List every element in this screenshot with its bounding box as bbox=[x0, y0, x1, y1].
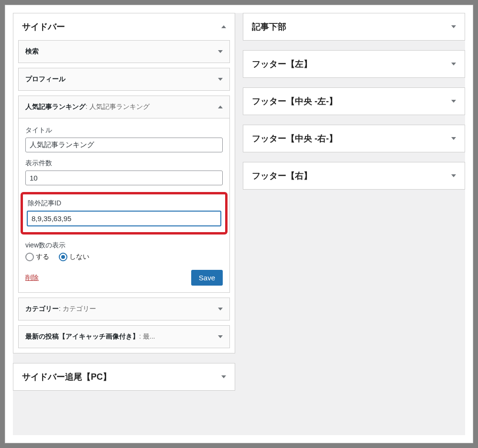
radio-label-no: しない bbox=[69, 253, 89, 261]
radio-label-yes: する bbox=[36, 253, 49, 261]
widget-area-header-article-bottom[interactable]: 記事下部 bbox=[243, 13, 465, 40]
chevron-down-icon bbox=[218, 50, 223, 53]
form-row-count: 表示件数 bbox=[25, 159, 223, 185]
input-exclude-id[interactable] bbox=[27, 211, 221, 226]
form-row-title: タイトル bbox=[25, 126, 223, 152]
widget-title-label: 検索 bbox=[25, 47, 39, 56]
chevron-down-icon bbox=[451, 137, 456, 140]
widget-footer: 削除 Save bbox=[25, 270, 223, 286]
left-column: サイドバー 検索 bbox=[13, 13, 235, 435]
widget-profile: プロフィール bbox=[18, 68, 230, 91]
chevron-down-icon bbox=[451, 100, 456, 103]
chevron-down-icon bbox=[451, 25, 456, 28]
widget-area-footer-left: フッター【左】 bbox=[243, 50, 465, 78]
label-title: タイトル bbox=[25, 126, 223, 135]
chevron-down-icon bbox=[218, 335, 223, 338]
widget-area-sidebar-sticky-pc: サイドバー追尾【PC】 bbox=[13, 363, 235, 391]
widgets-admin-panel: サイドバー 検索 bbox=[13, 13, 465, 435]
radio-icon bbox=[59, 253, 67, 261]
highlight-exclude-id: 除外記事ID bbox=[21, 192, 228, 235]
label-view-display: view数の表示 bbox=[25, 241, 223, 250]
widget-categories: カテゴリー: カテゴリー bbox=[18, 298, 230, 320]
widget-recent-posts: 最新の投稿【アイキャッチ画像付き】: 最... bbox=[18, 325, 230, 348]
widget-area-title: フッター【中央 -左-】 bbox=[252, 96, 337, 107]
widget-search: 検索 bbox=[18, 40, 230, 63]
widget-title-label: 人気記事ランキング: 人気記事ランキング bbox=[25, 103, 150, 111]
widget-area-header-footer-center-right[interactable]: フッター【中央 -右-】 bbox=[243, 125, 465, 152]
radio-view-yes[interactable]: する bbox=[25, 253, 49, 261]
chevron-down-icon bbox=[451, 63, 456, 65]
widget-area-header-footer-right[interactable]: フッター【右】 bbox=[243, 162, 465, 189]
chevron-down-icon bbox=[221, 375, 226, 378]
chevron-up-icon bbox=[221, 25, 226, 28]
right-column: 記事下部 フッター【左】 フッター【中央 -左-】 フッター【中央 -右-】 bbox=[243, 13, 465, 435]
widget-list-sidebar: 検索 プロフィール bbox=[13, 40, 235, 353]
input-count[interactable] bbox=[25, 171, 223, 185]
chevron-down-icon bbox=[451, 174, 456, 177]
delete-link[interactable]: 削除 bbox=[25, 274, 39, 282]
chevron-down-icon bbox=[218, 308, 223, 310]
widget-body-popular-posts: タイトル 表示件数 除外記事ID bbox=[19, 118, 229, 292]
widget-header-profile[interactable]: プロフィール bbox=[19, 68, 229, 90]
widget-area-footer-center-left: フッター【中央 -左-】 bbox=[243, 87, 465, 115]
input-title[interactable] bbox=[25, 138, 223, 152]
label-count: 表示件数 bbox=[25, 159, 223, 168]
widget-title-label: 最新の投稿【アイキャッチ画像付き】: 最... bbox=[25, 332, 155, 341]
radio-icon bbox=[25, 253, 34, 261]
widget-area-footer-right: フッター【右】 bbox=[243, 162, 465, 190]
widget-area-header-sidebar-sticky-pc[interactable]: サイドバー追尾【PC】 bbox=[13, 363, 235, 390]
chevron-down-icon bbox=[218, 78, 223, 81]
widget-area-title: フッター【右】 bbox=[252, 170, 312, 181]
widget-popular-posts: 人気記事ランキング: 人気記事ランキング タイトル 表示件数 bbox=[18, 96, 230, 293]
widget-area-title: サイドバー bbox=[22, 21, 65, 32]
widget-header-recent-posts[interactable]: 最新の投稿【アイキャッチ画像付き】: 最... bbox=[19, 326, 229, 348]
widget-area-footer-center-right: フッター【中央 -右-】 bbox=[243, 125, 465, 152]
widget-area-sidebar: サイドバー 検索 bbox=[13, 13, 235, 353]
label-exclude-id: 除外記事ID bbox=[27, 199, 221, 208]
widget-area-title: サイドバー追尾【PC】 bbox=[22, 371, 111, 383]
screenshot-frame: サイドバー 検索 bbox=[5, 5, 473, 443]
widget-title-label: プロフィール bbox=[25, 75, 65, 84]
radio-view-no[interactable]: しない bbox=[59, 253, 89, 261]
widget-header-search[interactable]: 検索 bbox=[19, 41, 229, 63]
radio-group-view-display: する しない bbox=[25, 253, 223, 261]
widget-area-article-bottom: 記事下部 bbox=[243, 13, 465, 41]
widget-area-title: フッター【中央 -右-】 bbox=[252, 133, 337, 144]
widget-title-label: カテゴリー: カテゴリー bbox=[25, 305, 96, 313]
chevron-up-icon bbox=[218, 106, 223, 108]
form-row-view-display: view数の表示 する しない bbox=[25, 241, 223, 261]
widget-area-header-sidebar[interactable]: サイドバー bbox=[13, 13, 235, 40]
widget-header-categories[interactable]: カテゴリー: カテゴリー bbox=[19, 298, 229, 320]
widget-area-title: フッター【左】 bbox=[252, 58, 312, 70]
widget-header-popular-posts[interactable]: 人気記事ランキング: 人気記事ランキング bbox=[19, 96, 229, 118]
widget-area-header-footer-left[interactable]: フッター【左】 bbox=[243, 51, 465, 77]
save-button[interactable]: Save bbox=[191, 270, 223, 286]
widget-area-header-footer-center-left[interactable]: フッター【中央 -左-】 bbox=[243, 88, 465, 115]
widget-area-title: 記事下部 bbox=[252, 21, 286, 32]
